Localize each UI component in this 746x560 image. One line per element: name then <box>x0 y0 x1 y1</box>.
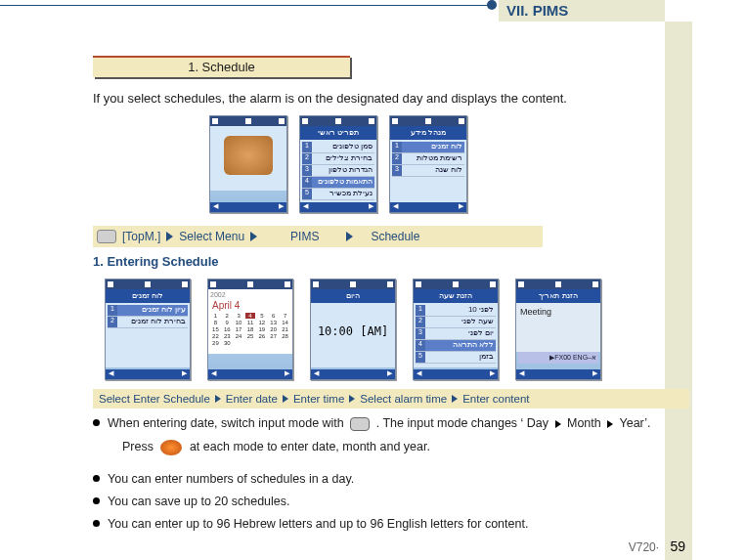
breadcrumb-step: PIMS <box>290 230 319 243</box>
arrow-icon <box>283 395 288 403</box>
phone-screenshot: מנהל מידע 1לוח זמנים 2רשימת מטלות 3לוח ש… <box>389 115 467 213</box>
phone-screenshot: תפריט ראשי 1סמן טלפונים 2בחירת צלילים 3ה… <box>299 115 377 213</box>
section-header: 1. Schedule <box>93 56 350 77</box>
arrow-icon <box>215 395 221 403</box>
bullet-icon <box>93 475 100 482</box>
navigation-key-icon <box>160 440 182 455</box>
phone-screenshot: 2002 April 4 1234567 891011121314 151617… <box>207 279 293 380</box>
screenshot-row-2: לוח זמנים 1עיון לוח זמנים 2בחירת לוח זמנ… <box>105 279 601 380</box>
arrow-icon <box>346 232 353 241</box>
breadcrumb: [TopM.] Select Menu PIMS Schedule <box>93 226 543 247</box>
bullet-icon <box>93 497 100 504</box>
arrow-icon <box>452 395 458 403</box>
bullet-list: When entering date, switch input mode wi… <box>93 414 699 538</box>
step: Select alarm time <box>360 393 447 405</box>
list-item: When entering date, switch input mode wi… <box>93 414 699 465</box>
arrow-icon <box>607 420 613 428</box>
subsection-title: 1. Entering Schedule <box>93 254 219 269</box>
arrow-icon <box>166 232 173 241</box>
bullet-icon <box>93 520 100 527</box>
breadcrumb-step: [TopM.] <box>122 230 160 243</box>
breadcrumb-step: Schedule <box>371 230 419 243</box>
screenshot-row-1: ◀▶ תפריט ראשי 1סמן טלפונים 2בחירת צלילים… <box>209 115 467 213</box>
list-item: You can enter numbers of schedules in a … <box>93 470 699 488</box>
page-number: 59 <box>670 538 685 554</box>
list-item: You can enter up to 96 Hebrew letters an… <box>93 515 699 533</box>
breadcrumb-step: Select Menu <box>179 230 244 243</box>
arrow-icon <box>555 420 561 428</box>
pims-icon <box>224 136 273 175</box>
arrow-icon <box>250 232 257 241</box>
softkey-icon <box>97 230 116 243</box>
step: Select Enter Schedule <box>99 393 210 405</box>
step: Enter time <box>293 393 344 405</box>
phone-screenshot: היום 10:00 [AM] ◀▶ <box>310 279 396 380</box>
chapter-label: VII. PIMS <box>499 0 665 22</box>
model-label: V720· <box>629 540 659 554</box>
phone-screenshot: הזנת תאריך Meeting ▶FX00 ENG–א ◀▶ <box>515 279 601 380</box>
page-footer: V720· 59 <box>629 538 685 554</box>
step-bar: Select Enter Schedule Enter date Enter t… <box>93 389 689 409</box>
phone-screenshot: לוח זמנים 1עיון לוח זמנים 2בחירת לוח זמנ… <box>105 279 191 380</box>
step: Enter date <box>226 393 278 405</box>
list-item: You can save up to 20 schedules. <box>93 493 699 510</box>
intro-text: If you select schedules, the alarm is on… <box>93 91 567 106</box>
bullet-icon <box>93 419 100 426</box>
softkey-icon <box>350 417 370 431</box>
phone-screenshot: הזנת שעה 110 לפני 2שעה לפני 3יום לפני 4ל… <box>413 279 499 380</box>
arrow-icon <box>349 395 355 403</box>
step: Enter content <box>462 393 529 405</box>
phone-screenshot: ◀▶ <box>209 115 287 213</box>
